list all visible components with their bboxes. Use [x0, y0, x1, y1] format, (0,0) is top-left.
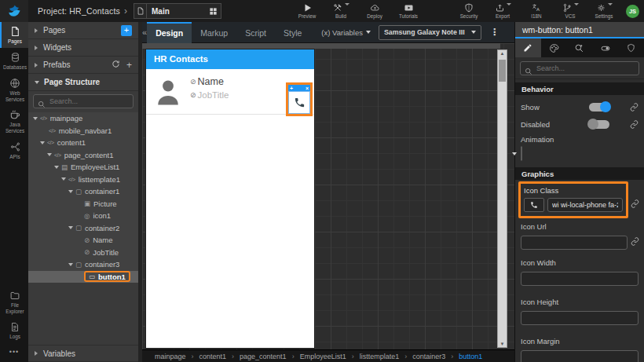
- tab-properties[interactable]: [515, 38, 541, 57]
- tree-item-button1[interactable]: ▭ button1: [28, 271, 138, 283]
- tree-item-jobtitle[interactable]: ⊘ JobTitle: [28, 247, 138, 259]
- tab-styles[interactable]: [541, 38, 567, 57]
- rail-item-pages[interactable]: Pages: [0, 22, 28, 48]
- rail-item-apis[interactable]: APIs: [0, 137, 28, 163]
- tab-security[interactable]: [618, 38, 644, 57]
- breadcrumb-button1[interactable]: button1: [459, 353, 482, 360]
- breadcrumb-employeelist1[interactable]: EmployeeList1: [300, 353, 346, 360]
- widget-remove-button[interactable]: ×: [306, 86, 309, 91]
- tab-toggle-options[interactable]: [592, 38, 618, 57]
- bind-link-icon[interactable]: [630, 120, 639, 129]
- export-button[interactable]: Export: [491, 3, 514, 19]
- employee-list-item[interactable]: ⊘ Name ⊘ JobTitle + ×: [146, 69, 314, 115]
- rail-item-file-explorer[interactable]: File Explorer: [0, 287, 28, 318]
- tree-item-content1[interactable]: </> content1: [28, 137, 138, 149]
- bind-link-icon[interactable]: [631, 237, 639, 246]
- tree-item-picture[interactable]: ▣ Picture: [28, 198, 138, 210]
- breadcrumb-listtemplate1[interactable]: listtemplate1: [360, 353, 400, 360]
- icon-margin-input[interactable]: [521, 350, 639, 362]
- icon-url-input[interactable]: [521, 236, 628, 250]
- phone-call-button[interactable]: [288, 91, 310, 114]
- bind-link-icon[interactable]: [630, 103, 639, 112]
- tree-item-page-content1[interactable]: </> page_content1: [28, 149, 138, 162]
- i18n-button[interactable]: A I18N: [525, 3, 548, 19]
- user-avatar[interactable]: JS: [626, 5, 639, 18]
- build-button[interactable]: Build: [329, 3, 353, 19]
- collapse-arrow-icon[interactable]: [68, 190, 73, 193]
- security-button[interactable]: Security: [457, 3, 481, 19]
- settings-button[interactable]: Settings: [592, 3, 616, 19]
- breadcrumb-container3[interactable]: container3: [412, 353, 445, 360]
- icon-class-input[interactable]: [547, 198, 623, 212]
- variables-button[interactable]: (x) Variables: [321, 28, 371, 37]
- collapse-arrow-icon[interactable]: [40, 141, 45, 144]
- preview-button[interactable]: Preview: [295, 3, 319, 19]
- tab-script[interactable]: Script: [236, 22, 275, 43]
- tab-design[interactable]: Design: [147, 22, 192, 43]
- icon-picker-button[interactable]: [524, 198, 544, 212]
- mobile-navbar[interactable]: HR Contacts: [146, 49, 314, 69]
- more-options-button[interactable]: ⋮: [488, 27, 502, 38]
- device-selector[interactable]: Samsung Galaxy Note III: [379, 25, 481, 40]
- scroll-up-icon[interactable]: ▲: [498, 51, 507, 56]
- tree-item-container1[interactable]: ▢ container1: [28, 185, 138, 198]
- icon-height-input[interactable]: [521, 311, 639, 325]
- bind-link-icon[interactable]: [631, 199, 639, 208]
- canvas-scrollbar[interactable]: ▲ ▼: [497, 49, 507, 348]
- rail-more-button[interactable]: •••: [0, 343, 28, 362]
- tab-markup[interactable]: Markup: [192, 22, 236, 43]
- jobtitle-label[interactable]: JobTitle: [198, 90, 229, 100]
- grid-icon[interactable]: [205, 7, 221, 16]
- section-prefabs[interactable]: Prefabs +: [28, 57, 138, 74]
- rail-item-web-services[interactable]: Web Services: [0, 74, 28, 106]
- deploy-button[interactable]: Deploy: [363, 3, 386, 19]
- tree-item-container3[interactable]: ▢ container3: [28, 258, 138, 271]
- section-widgets[interactable]: Widgets: [28, 39, 138, 57]
- name-label[interactable]: Name: [198, 76, 224, 87]
- animation-select[interactable]: [521, 146, 522, 161]
- tree-item-container2[interactable]: ▢ container2: [28, 222, 138, 235]
- canvas-grid-area[interactable]: HR Contacts ⊘ Name ⊘: [142, 43, 514, 349]
- disabled-toggle[interactable]: [589, 120, 609, 129]
- scrollbar-thumb[interactable]: [499, 60, 506, 82]
- rail-item-databases[interactable]: Databases: [0, 48, 28, 74]
- tree-item-icon1[interactable]: ◎ icon1: [28, 210, 138, 222]
- collapse-arrow-icon[interactable]: [33, 117, 38, 120]
- collapse-arrow-icon[interactable]: [47, 153, 52, 156]
- show-toggle[interactable]: [589, 103, 609, 112]
- tab-style[interactable]: Style: [275, 22, 310, 43]
- search-input[interactable]: [49, 95, 130, 108]
- scroll-down-icon[interactable]: ▼: [498, 342, 507, 346]
- widget-add-button[interactable]: +: [290, 86, 293, 91]
- rail-item-logs[interactable]: Logs: [0, 318, 28, 343]
- page-tab-main[interactable]: Main: [134, 3, 221, 19]
- breadcrumb-page-content1[interactable]: page_content1: [240, 353, 287, 360]
- properties-search-input[interactable]: [536, 62, 635, 75]
- add-page-button[interactable]: +: [121, 25, 132, 36]
- collapse-arrow-icon[interactable]: [54, 166, 59, 169]
- add-prefab-button[interactable]: +: [126, 60, 132, 70]
- icon-width-input[interactable]: [521, 272, 639, 286]
- chevron-down-icon: [512, 152, 517, 155]
- tree-item-employeelist1[interactable]: ▤ EmployeeList1: [28, 161, 138, 174]
- tree-item-listtemplate1[interactable]: </> listtemplate1: [28, 174, 138, 186]
- wavemaker-logo[interactable]: [0, 0, 28, 22]
- collapse-arrow-icon[interactable]: [68, 263, 73, 266]
- section-page-structure[interactable]: Page Structure: [28, 74, 138, 91]
- icon-class-highlight: Icon Class: [518, 181, 628, 218]
- collapse-arrow-icon[interactable]: [68, 226, 73, 229]
- tree-item-mainpage[interactable]: </> mainpage: [28, 112, 138, 125]
- refresh-prefabs-button[interactable]: [112, 60, 120, 70]
- rail-item-java-services[interactable]: Java Services: [0, 105, 28, 137]
- tree-item-mobile-navbar1[interactable]: </> mobile_navbar1: [28, 125, 138, 137]
- tutorials-button[interactable]: Tutorials: [397, 3, 420, 19]
- section-pages[interactable]: Pages +: [28, 22, 138, 39]
- tab-search-properties[interactable]: [567, 38, 593, 57]
- collapse-arrow-icon[interactable]: [61, 177, 66, 181]
- section-variables[interactable]: Variables: [28, 345, 138, 362]
- avatar-picture[interactable]: [154, 76, 182, 111]
- breadcrumb-mainpage[interactable]: mainpage: [155, 353, 186, 360]
- tree-item-name[interactable]: ⊘ Name: [28, 234, 138, 247]
- vcs-button[interactable]: VCS: [558, 3, 582, 19]
- breadcrumb-content1[interactable]: content1: [199, 353, 227, 360]
